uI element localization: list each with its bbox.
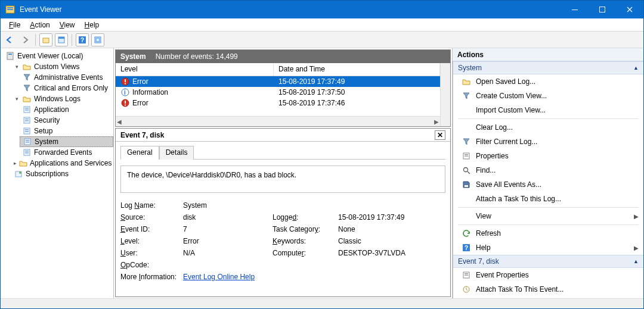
action-clear-log[interactable]: Clear Log... (453, 120, 643, 135)
forward-button[interactable] (18, 33, 32, 46)
tree-security[interactable]: Security (20, 115, 113, 126)
kv-source-k: Source: (120, 213, 177, 221)
toolbar-btn-3[interactable] (91, 33, 104, 46)
action-attach-task-log[interactable]: Attach a Task To this Log... (453, 192, 643, 206)
tree-root[interactable]: Event Viewer (Local) (3, 51, 113, 61)
action-refresh[interactable]: Refresh (453, 226, 643, 241)
tree-application[interactable]: Application (20, 104, 113, 115)
menu-help[interactable]: Help (80, 20, 104, 30)
properties-icon (462, 151, 471, 161)
action-open-saved-log[interactable]: Open Saved Log... (453, 74, 643, 89)
action-properties[interactable]: Properties (453, 149, 643, 163)
app-icon (5, 5, 15, 14)
svg-rect-28 (25, 152, 29, 154)
svg-rect-13 (8, 54, 12, 55)
menubar: File Action View Help (1, 18, 643, 32)
log-icon (22, 126, 32, 136)
tree-setup[interactable]: Setup (20, 126, 113, 136)
svg-rect-25 (26, 142, 29, 143)
svg-rect-37 (125, 101, 126, 104)
action-event-properties[interactable]: Event Properties (453, 268, 643, 282)
toolbar-btn-2[interactable] (55, 33, 68, 46)
kv-keywords-v: Classic (338, 237, 445, 245)
action-view[interactable]: View▶ (453, 209, 643, 223)
minimize-button[interactable] (561, 1, 589, 18)
svg-rect-38 (125, 105, 126, 106)
kv-moreinfo-k: More Information: (120, 273, 177, 281)
folder-icon (19, 158, 27, 168)
svg-text:i: i (124, 89, 126, 96)
svg-rect-24 (26, 140, 29, 141)
event-row[interactable]: iInformation15-08-2019 17:37:50 (116, 87, 440, 98)
row-level: Error (132, 99, 148, 107)
back-button[interactable] (3, 33, 16, 46)
action-filter-log[interactable]: Filter Current Log... (453, 135, 643, 149)
svg-rect-47 (465, 273, 468, 274)
col-datetime[interactable]: Date and Time (274, 63, 440, 76)
window-title: Event Viewer (20, 5, 61, 14)
svg-rect-16 (25, 110, 29, 111)
svg-rect-27 (25, 151, 29, 152)
expand-icon[interactable]: ▾ (14, 96, 20, 102)
svg-rect-22 (25, 131, 29, 132)
log-icon (22, 148, 32, 157)
task-icon (462, 285, 471, 294)
action-save-all-events[interactable]: Save All Events As... (453, 177, 643, 192)
svg-rect-15 (25, 108, 29, 109)
events-rows[interactable]: Error15-08-2019 17:37:49iInformation15-0… (116, 76, 440, 116)
log-icon (22, 105, 32, 114)
tree-custom-views[interactable]: ▾ Custom Views (11, 61, 113, 72)
horizontal-scrollbar[interactable]: ◀▶ (116, 116, 440, 126)
svg-rect-48 (465, 275, 468, 276)
actions-group-system[interactable]: System▲ (453, 61, 643, 74)
tree-forwarded[interactable]: Forwarded Events (20, 147, 113, 158)
kv-logged-k: Logged: (273, 213, 332, 221)
expand-icon[interactable]: ▸ (14, 160, 17, 166)
action-create-custom-view[interactable]: Create Custom View... (453, 89, 643, 103)
close-button[interactable] (616, 1, 643, 18)
filter-icon (462, 91, 471, 101)
window-status-strip (1, 298, 643, 308)
navigation-tree[interactable]: Event Viewer (Local) ▾ Custom Views (1, 48, 114, 298)
tree-critical-errors[interactable]: Critical and Errors Only (20, 83, 113, 93)
expand-icon[interactable]: ▾ (14, 64, 20, 70)
action-find[interactable]: Find... (453, 163, 643, 177)
detail-close-button[interactable]: ✕ (435, 130, 445, 140)
maximize-button[interactable] (589, 1, 616, 18)
svg-rect-5 (43, 38, 49, 43)
center-pane: System Number of events: 14,499 Level Da… (114, 48, 453, 298)
row-datetime: 15-08-2019 17:37:46 (278, 99, 345, 107)
kv-user-v: N/A (183, 249, 267, 257)
titlebar: Event Viewer (1, 1, 643, 18)
kv-eventid-v: 7 (183, 225, 267, 233)
action-import-custom-view[interactable]: Import Custom View... (453, 103, 643, 117)
tree-windows-logs[interactable]: ▾ Windows Logs (11, 93, 113, 104)
events-columns: Level Date and Time (116, 63, 440, 76)
svg-rect-41 (465, 156, 468, 157)
event-log-help-link[interactable]: Event Log Online Help (183, 273, 255, 281)
tree-subscriptions[interactable]: Subscriptions (11, 168, 113, 179)
tree-admin-events[interactable]: Administrative Events (20, 72, 113, 83)
action-attach-task-event[interactable]: Attach Task To This Event... (453, 282, 643, 296)
menu-action[interactable]: Action (25, 20, 54, 30)
tab-details[interactable]: Details (159, 146, 194, 160)
menu-view[interactable]: View (55, 20, 80, 30)
tab-general[interactable]: General (120, 146, 159, 160)
svg-rect-32 (125, 79, 126, 82)
col-level[interactable]: Level (116, 63, 274, 76)
tree-apps-services[interactable]: ▸ Applications and Services Lo (11, 158, 113, 168)
kv-user-k: User: (120, 249, 177, 257)
server-icon (5, 51, 15, 61)
help-toolbar-button[interactable]: ? (76, 33, 89, 46)
action-help[interactable]: ?Help▶ (453, 241, 643, 255)
vertical-scrollbar[interactable] (440, 63, 450, 126)
tree-system[interactable]: System (20, 136, 113, 147)
event-properties-grid: Log Name:System Source:disk Logged:15-08… (120, 201, 445, 281)
kv-taskcat-k: Task Category: (273, 225, 332, 233)
event-row[interactable]: Error15-08-2019 17:37:49 (116, 76, 440, 87)
kv-logname-k: Log Name: (120, 201, 177, 210)
menu-file[interactable]: File (4, 20, 25, 30)
event-row[interactable]: Error15-08-2019 17:37:46 (116, 98, 440, 108)
toolbar-btn-1[interactable] (39, 33, 52, 46)
actions-group-event[interactable]: Event 7, disk▲ (453, 255, 643, 268)
